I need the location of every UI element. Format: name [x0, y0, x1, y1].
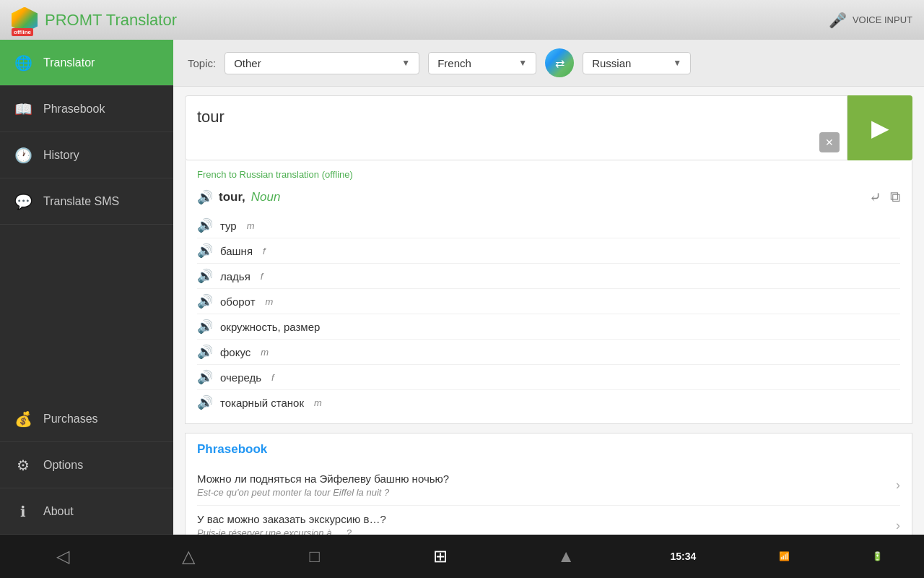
up-button[interactable]: ▲ — [544, 546, 588, 566]
topic-value: Other — [234, 57, 261, 69]
sms-icon: 💬 — [14, 193, 32, 210]
sidebar-item-history[interactable]: 🕐 History — [0, 132, 173, 178]
voice-input-button[interactable]: 🎤 VOICE INPUT — [829, 12, 912, 29]
sidebar-item-phrasebook[interactable]: 📖 Phrasebook — [0, 86, 173, 132]
phrase-content-0: Можно ли подняться на Эйфелеву башню ноч… — [197, 473, 896, 498]
sidebar-item-label: Translate SMS — [43, 195, 119, 208]
app-title-suffix: Translator — [106, 11, 177, 29]
table-row: 🔊 тур m — [197, 213, 900, 238]
result-header: 🔊 tour, Noun ⤶ ⧉ — [197, 189, 900, 206]
sidebar-item-label: Translator — [43, 56, 95, 69]
phrase-main-0: Можно ли подняться на Эйфелеву башню ноч… — [197, 473, 896, 485]
result-header-left: 🔊 tour, Noun — [197, 189, 280, 205]
offline-badge: offline — [12, 28, 33, 36]
sound-icon-1[interactable]: 🔊 — [197, 243, 213, 259]
top-bar: offline PROMT Translator 🎤 VOICE INPUT — [0, 0, 924, 40]
phrase-item-0[interactable]: Можно ли подняться на Эйфелеву башню ноч… — [197, 465, 900, 506]
topic-dropdown-arrow: ▼ — [401, 58, 410, 68]
table-row: 🔊 фокус m — [197, 340, 900, 365]
voice-input-label: VOICE INPUT — [853, 14, 912, 25]
phrase-main-1: У вас можно заказать экскурсию в…? — [197, 513, 896, 525]
home-button[interactable]: △ — [167, 546, 210, 566]
source-lang-arrow: ▼ — [518, 58, 527, 68]
target-language-dropdown[interactable]: Russian ▼ — [583, 52, 691, 74]
play-icon: ▶ — [871, 114, 889, 142]
table-row: 🔊 ладья f — [197, 264, 900, 289]
sidebar-item-label: Phrasebook — [43, 103, 105, 116]
table-row: 🔊 токарный станок m — [197, 390, 900, 415]
translation-word-5: фокус — [220, 346, 250, 358]
sound-icon-4[interactable]: 🔊 — [197, 319, 213, 335]
translation-word-3: оборот — [220, 296, 256, 308]
share-button[interactable]: ⤶ — [869, 189, 881, 206]
app-logo: offline — [12, 7, 38, 33]
topic-bar: Topic: Other ▼ French ▼ ⇄ Russian ▼ — [173, 40, 924, 87]
sidebar-item-label: About — [43, 505, 74, 518]
sound-icon-2[interactable]: 🔊 — [197, 268, 213, 284]
about-icon: ℹ — [14, 503, 32, 520]
sidebar-item-about[interactable]: ℹ About — [0, 488, 173, 535]
target-lang-value: Russian — [592, 57, 631, 69]
result-actions: ⤶ ⧉ — [869, 189, 900, 206]
sidebar-spacer — [0, 225, 173, 396]
app-title: PROMT Translator — [45, 11, 177, 30]
microphone-icon: 🎤 — [829, 12, 847, 29]
purchases-icon: 💰 — [14, 410, 32, 428]
content-area: Topic: Other ▼ French ▼ ⇄ Russian ▼ tour — [173, 40, 924, 535]
topic-dropdown[interactable]: Other ▼ — [225, 52, 419, 74]
sidebar-item-translate-sms[interactable]: 💬 Translate SMS — [0, 178, 173, 225]
result-sound-button[interactable]: 🔊 — [197, 189, 213, 205]
translation-gender-2: f — [261, 271, 263, 282]
phrase-arrow-0: › — [896, 478, 900, 493]
sound-icon-6[interactable]: 🔊 — [197, 369, 213, 385]
sidebar: 🌐 Translator 📖 Phrasebook 🕐 History 💬 Tr… — [0, 40, 173, 535]
translation-word-4: окружность, размер — [220, 321, 320, 333]
translation-word-7: токарный станок — [220, 397, 304, 409]
sound-icon-7[interactable]: 🔊 — [197, 394, 213, 410]
app-title-prefix: PROMT — [45, 11, 106, 29]
battery-icon: 🔋 — [872, 551, 883, 561]
sidebar-item-label: Purchases — [43, 413, 98, 426]
topic-label: Topic: — [188, 57, 216, 69]
sidebar-item-label: History — [43, 149, 79, 162]
phrase-sub-0: Est-ce qu'on peut monter la tour Eiffel … — [197, 487, 896, 498]
translation-word-2: ладья — [220, 270, 250, 282]
input-section: tour ✕ ▶ — [185, 95, 912, 160]
sound-icon-3[interactable]: 🔊 — [197, 293, 213, 309]
wifi-icon: 📶 — [779, 551, 790, 561]
sidebar-item-label: Options — [43, 459, 83, 472]
phrasebook-section: Phrasebook Можно ли подняться на Эйфелев… — [185, 434, 912, 535]
phrase-sub-1: Puis-je réserver une excursion à … ? — [197, 527, 896, 535]
table-row: 🔊 окружность, размер — [197, 314, 900, 340]
phrase-item-1[interactable]: У вас можно заказать экскурсию в…? Puis-… — [197, 506, 900, 535]
grid-button[interactable]: ⊞ — [419, 546, 462, 566]
translation-gender-7: m — [314, 397, 322, 408]
status-time: 15:34 — [670, 551, 696, 562]
table-row: 🔊 оборот m — [197, 289, 900, 314]
sidebar-item-purchases[interactable]: 💰 Purchases — [0, 396, 173, 442]
sound-icon-5[interactable]: 🔊 — [197, 344, 213, 360]
swap-languages-button[interactable]: ⇄ — [545, 48, 574, 77]
source-lang-value: French — [437, 57, 471, 69]
phrasebook-section-title: Phrasebook — [197, 442, 900, 457]
translation-word-6: очередь — [220, 371, 261, 384]
results-area: French to Russian translation (offline) … — [185, 160, 912, 424]
phrasebook-icon: 📖 — [14, 100, 32, 118]
sidebar-item-options[interactable]: ⚙ Options — [0, 442, 173, 488]
input-text: tour — [197, 108, 835, 126]
back-button[interactable]: ◁ — [41, 546, 84, 566]
translate-play-button[interactable]: ▶ — [847, 95, 912, 160]
clear-input-button[interactable]: ✕ — [819, 132, 840, 152]
source-language-dropdown[interactable]: French ▼ — [428, 52, 536, 74]
translation-word-1: башня — [220, 245, 253, 257]
recents-button[interactable]: □ — [293, 546, 336, 566]
sound-icon-0[interactable]: 🔊 — [197, 217, 213, 233]
translation-source-note: French to Russian translation (offline) — [197, 169, 900, 180]
translation-gender-5: m — [261, 347, 269, 358]
copy-button[interactable]: ⧉ — [890, 189, 900, 206]
history-icon: 🕐 — [14, 147, 32, 164]
table-row: 🔊 очередь f — [197, 365, 900, 390]
sidebar-item-translator[interactable]: 🌐 Translator — [0, 40, 173, 86]
text-input-area[interactable]: tour ✕ — [185, 95, 847, 160]
translation-gender-6: f — [271, 372, 274, 383]
